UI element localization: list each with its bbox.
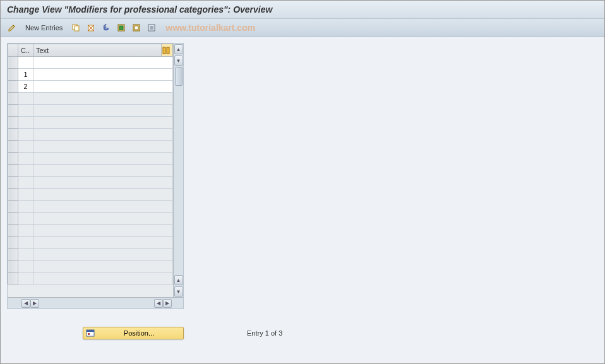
- row-selector[interactable]: [8, 93, 18, 105]
- select-all-icon[interactable]: [115, 21, 128, 34]
- copy-icon[interactable]: [69, 21, 82, 34]
- row-selector[interactable]: [8, 57, 18, 69]
- cell-c: [18, 105, 33, 117]
- cell-c: [18, 117, 33, 129]
- cell-c: [18, 273, 33, 285]
- cell-text[interactable]: [33, 57, 173, 69]
- row-selector[interactable]: [8, 249, 18, 261]
- cell-c: [18, 165, 33, 177]
- cell-text: [33, 249, 173, 261]
- row-selector[interactable]: [8, 141, 18, 153]
- scroll-left-end-icon[interactable]: ◀: [154, 299, 163, 308]
- svg-rect-8: [135, 26, 138, 30]
- deselect-all-icon[interactable]: [130, 21, 143, 34]
- row-selector[interactable]: [8, 81, 18, 93]
- row-selector[interactable]: [8, 201, 18, 213]
- cell-c: [18, 225, 33, 237]
- column-header-c[interactable]: C..: [18, 44, 33, 57]
- row-selector[interactable]: [8, 69, 18, 81]
- cell-text: [33, 177, 173, 189]
- cell-c[interactable]: 2: [18, 81, 33, 93]
- cell-text[interactable]: [33, 69, 173, 81]
- svg-rect-1: [75, 26, 79, 31]
- table-row: [8, 177, 173, 189]
- cell-c: [18, 189, 33, 201]
- row-selector[interactable]: [8, 225, 18, 237]
- toolbar: New Entries www.tutorialkart.com: [1, 19, 604, 37]
- cell-text[interactable]: [33, 81, 173, 93]
- row-selector[interactable]: [8, 117, 18, 129]
- row-selector[interactable]: [8, 177, 18, 189]
- row-selector[interactable]: [8, 129, 18, 141]
- row-selector[interactable]: [8, 189, 18, 201]
- row-selector[interactable]: [8, 261, 18, 273]
- table-row: [8, 249, 173, 261]
- table-row: 1: [8, 69, 173, 81]
- horizontal-scrollbar[interactable]: ◀ ▶ ◀ ▶: [8, 297, 183, 308]
- scroll-right-icon[interactable]: ▶: [30, 299, 39, 308]
- table-row: [8, 117, 173, 129]
- print-icon[interactable]: [145, 21, 158, 34]
- row-selector[interactable]: [8, 237, 18, 249]
- scroll-thumb[interactable]: [175, 67, 183, 86]
- scroll-down-bottom-icon[interactable]: ▼: [174, 286, 183, 296]
- cell-text: [33, 189, 173, 201]
- scroll-down-icon[interactable]: ▼: [174, 56, 183, 66]
- undo-icon[interactable]: [100, 21, 112, 34]
- cell-c: [18, 141, 33, 153]
- cell-text: [33, 213, 173, 225]
- row-selector[interactable]: [8, 105, 18, 117]
- content-area: C.. Text 12 ▲ ▼ ▲ ▼: [1, 37, 604, 363]
- table-config-icon[interactable]: [162, 44, 173, 57]
- text-input[interactable]: [33, 69, 172, 80]
- position-button-label: Position...: [97, 329, 181, 337]
- cell-c[interactable]: 1: [18, 69, 33, 81]
- table-row: [8, 57, 173, 69]
- cell-c: [18, 93, 33, 105]
- cell-text: [33, 225, 173, 237]
- footer: Position... Entry 1 of 3: [7, 327, 386, 339]
- title-bar: Change View "Modifiers for professional …: [1, 1, 604, 19]
- column-header-text[interactable]: Text: [33, 44, 162, 57]
- scroll-up-icon[interactable]: ▲: [174, 44, 183, 54]
- row-selector[interactable]: [8, 273, 18, 285]
- row-selector[interactable]: [8, 153, 18, 165]
- cell-c: [18, 153, 33, 165]
- table-row: [8, 237, 173, 249]
- cell-text: [33, 273, 173, 285]
- row-selector[interactable]: [8, 213, 18, 225]
- text-input[interactable]: [33, 57, 172, 68]
- table-row: [8, 213, 173, 225]
- table-row: [8, 273, 173, 285]
- row-selector[interactable]: [8, 165, 18, 177]
- cell-text: [33, 105, 173, 117]
- cell-text: [33, 165, 173, 177]
- table-row: 2: [8, 81, 173, 93]
- cell-text: [33, 93, 173, 105]
- table-row: [8, 141, 173, 153]
- text-input[interactable]: [33, 81, 172, 92]
- cell-text: [33, 201, 173, 213]
- watermark-text: www.tutorialkart.com: [165, 23, 255, 33]
- cell-c[interactable]: [18, 57, 33, 69]
- new-entries-button[interactable]: New Entries: [21, 21, 67, 34]
- scroll-left-icon[interactable]: ◀: [21, 299, 30, 308]
- cell-c: [18, 129, 33, 141]
- svg-rect-14: [167, 47, 169, 54]
- position-button[interactable]: Position...: [83, 327, 184, 339]
- cell-c: [18, 261, 33, 273]
- cell-text: [33, 261, 173, 273]
- cell-text: [33, 237, 173, 249]
- vertical-scrollbar[interactable]: ▲ ▼ ▲ ▼: [173, 44, 183, 297]
- delete-icon[interactable]: [85, 21, 97, 34]
- cell-c: [18, 201, 33, 213]
- cell-c: [18, 249, 33, 261]
- svg-rect-6: [119, 26, 123, 30]
- table-row: [8, 129, 173, 141]
- svg-rect-16: [87, 330, 94, 332]
- cell-text: [33, 129, 173, 141]
- row-selector-header[interactable]: [8, 44, 18, 57]
- scroll-right-end-icon[interactable]: ▶: [163, 299, 172, 308]
- toggle-change-icon[interactable]: [6, 21, 18, 34]
- scroll-up-bottom-icon[interactable]: ▲: [174, 275, 183, 285]
